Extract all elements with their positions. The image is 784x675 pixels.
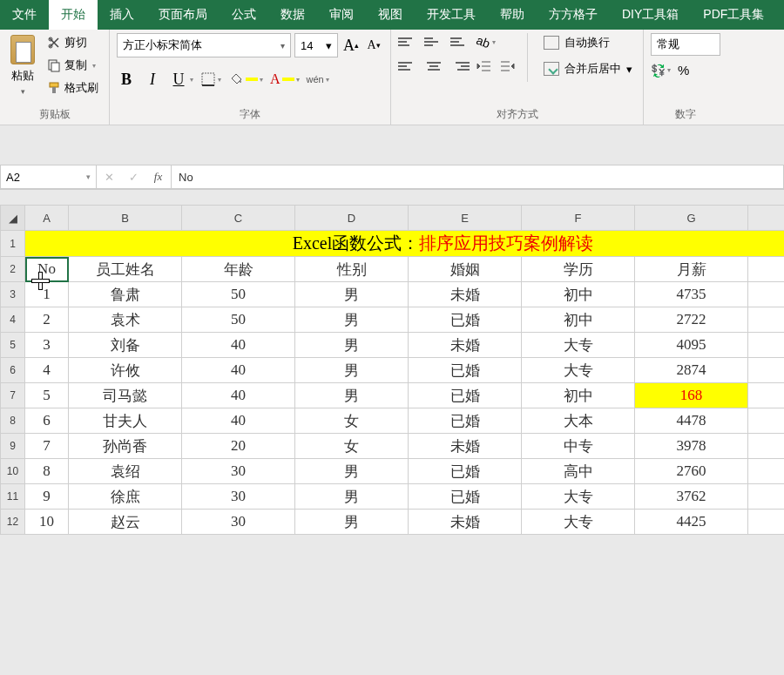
border-button[interactable]: ▾: [200, 71, 221, 87]
bold-button[interactable]: B: [117, 68, 136, 91]
row-header-2[interactable]: 2: [1, 257, 25, 282]
data-cell[interactable]: 未婚: [409, 510, 522, 535]
data-cell[interactable]: 男: [295, 510, 409, 535]
data-cell[interactable]: 大专: [522, 484, 635, 510]
data-cell[interactable]: 袁绍: [69, 459, 182, 484]
decrease-indent-button[interactable]: [476, 59, 492, 73]
data-cell[interactable]: [748, 484, 785, 510]
row-header-8[interactable]: 8: [1, 408, 25, 434]
row-header-5[interactable]: 5: [1, 333, 25, 358]
data-cell[interactable]: 男: [295, 383, 409, 408]
row-header-9[interactable]: 9: [1, 434, 25, 459]
data-cell[interactable]: [748, 307, 785, 333]
data-cell[interactable]: 3: [25, 333, 69, 358]
align-center-button[interactable]: [424, 57, 443, 75]
data-cell[interactable]: 50: [182, 282, 295, 307]
menu-tab-8[interactable]: 开发工具: [415, 0, 488, 30]
data-cell[interactable]: 10: [25, 510, 69, 535]
menu-tab-10[interactable]: 方方格子: [537, 0, 610, 30]
data-cell[interactable]: 已婚: [409, 459, 522, 484]
menu-tab-2[interactable]: 插入: [98, 0, 146, 30]
data-cell[interactable]: 男: [295, 484, 409, 510]
row-header-6[interactable]: 6: [1, 358, 25, 383]
data-cell[interactable]: 初中: [522, 383, 635, 408]
data-cell[interactable]: 已婚: [409, 358, 522, 383]
column-header-G[interactable]: G: [635, 206, 748, 231]
data-cell[interactable]: 徐庶: [69, 484, 182, 510]
increase-indent-button[interactable]: [499, 59, 515, 73]
data-cell[interactable]: 168: [635, 383, 748, 408]
column-header-E[interactable]: E: [409, 206, 522, 231]
data-cell[interactable]: 40: [182, 383, 295, 408]
data-cell[interactable]: 未婚: [409, 333, 522, 358]
data-cell[interactable]: 已婚: [409, 383, 522, 408]
align-top-button[interactable]: [398, 33, 417, 51]
font-color-button[interactable]: A ▾: [270, 71, 300, 87]
currency-button[interactable]: 💱▾: [651, 64, 671, 78]
format-painter-button[interactable]: 格式刷: [44, 78, 102, 98]
data-cell[interactable]: 30: [182, 510, 295, 535]
data-cell[interactable]: 高中: [522, 459, 635, 484]
header-cell[interactable]: 性别: [295, 257, 409, 282]
data-cell[interactable]: 4425: [635, 510, 748, 535]
data-cell[interactable]: 男: [295, 282, 409, 307]
header-cell[interactable]: 月薪: [635, 257, 748, 282]
formula-input[interactable]: No: [172, 171, 783, 184]
name-box[interactable]: A2 ▾: [1, 165, 97, 188]
row-header-7[interactable]: 7: [1, 383, 25, 408]
data-cell[interactable]: 40: [182, 408, 295, 434]
data-cell[interactable]: 6: [25, 408, 69, 434]
data-cell[interactable]: 40: [182, 333, 295, 358]
menu-tab-9[interactable]: 帮助: [488, 0, 537, 30]
data-cell[interactable]: 大专: [522, 510, 635, 535]
data-cell[interactable]: 40: [182, 358, 295, 383]
data-cell[interactable]: 孙尚香: [69, 434, 182, 459]
menu-tab-4[interactable]: 公式: [220, 0, 268, 30]
data-cell[interactable]: 4095: [635, 333, 748, 358]
select-all-corner[interactable]: ◢: [1, 206, 25, 231]
phonetic-button[interactable]: wén▾: [307, 74, 329, 84]
row-header-11[interactable]: 11: [1, 484, 25, 510]
data-cell[interactable]: 大本: [522, 408, 635, 434]
header-cell[interactable]: 员工姓名: [69, 257, 182, 282]
orientation-button[interactable]: ab▾: [476, 35, 496, 49]
data-cell[interactable]: 男: [295, 358, 409, 383]
data-cell[interactable]: 30: [182, 484, 295, 510]
increase-font-button[interactable]: A▴: [341, 34, 361, 57]
data-cell[interactable]: 4735: [635, 282, 748, 307]
wrap-text-button[interactable]: 自动换行: [540, 33, 636, 52]
fill-color-button[interactable]: ▾: [228, 71, 263, 87]
menu-tab-12[interactable]: PDF工具集: [691, 0, 776, 30]
spreadsheet-grid[interactable]: ◢ ABCDEFGH 1Excel函数公式：排序应用技巧案例解读2No员工姓名年…: [0, 205, 784, 535]
data-cell[interactable]: [748, 358, 785, 383]
font-name-select[interactable]: 方正小标宋简体 ▾: [117, 33, 291, 57]
underline-button[interactable]: U▾: [169, 68, 193, 91]
data-cell[interactable]: [748, 383, 785, 408]
data-cell[interactable]: 刘备: [69, 333, 182, 358]
fx-button[interactable]: fx: [145, 165, 172, 188]
data-cell[interactable]: 2874: [635, 358, 748, 383]
data-cell[interactable]: 男: [295, 333, 409, 358]
data-cell[interactable]: 已婚: [409, 408, 522, 434]
data-cell[interactable]: [748, 282, 785, 307]
data-cell[interactable]: 鲁肃: [69, 282, 182, 307]
cut-button[interactable]: 剪切: [44, 33, 102, 52]
row-header-1[interactable]: 1: [1, 231, 25, 257]
align-right-button[interactable]: [450, 57, 470, 75]
column-header-B[interactable]: B: [69, 206, 182, 231]
data-cell[interactable]: 4: [25, 358, 69, 383]
menu-tab-1[interactable]: 开始: [49, 0, 98, 30]
data-cell[interactable]: 2: [25, 307, 69, 333]
column-header-D[interactable]: D: [295, 206, 409, 231]
data-cell[interactable]: 4478: [635, 408, 748, 434]
data-cell[interactable]: 2722: [635, 307, 748, 333]
align-bottom-button[interactable]: [450, 33, 470, 51]
data-cell[interactable]: 已婚: [409, 307, 522, 333]
column-header-H[interactable]: H: [748, 206, 785, 231]
data-cell[interactable]: 50: [182, 307, 295, 333]
data-cell[interactable]: 女: [295, 434, 409, 459]
data-cell[interactable]: 8: [25, 459, 69, 484]
data-cell[interactable]: 5: [25, 383, 69, 408]
paste-button[interactable]: 粘贴 ▾: [7, 33, 38, 98]
data-cell[interactable]: 已婚: [409, 484, 522, 510]
